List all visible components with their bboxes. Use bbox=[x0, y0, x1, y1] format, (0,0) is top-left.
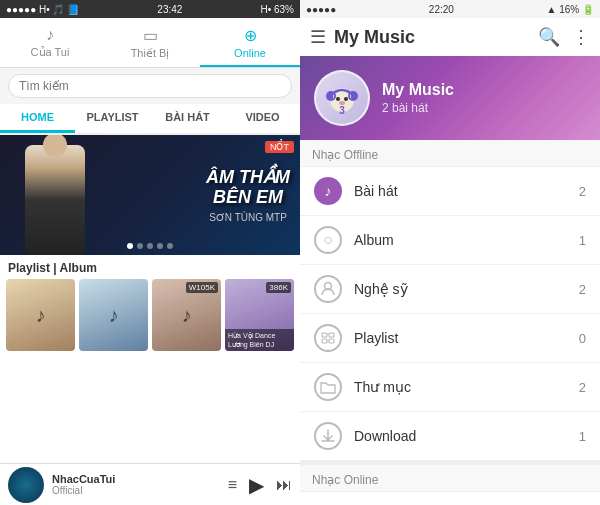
mini-next-button[interactable]: ⏭ bbox=[276, 476, 292, 494]
svg-rect-15 bbox=[329, 339, 334, 343]
nghe-si-count: 2 bbox=[579, 282, 586, 297]
banner-person bbox=[5, 135, 105, 255]
menu-item-playlist[interactable]: Playlist 0 bbox=[300, 314, 600, 363]
playlist-section-label: Playlist | Album bbox=[0, 255, 300, 279]
svg-point-6 bbox=[344, 97, 348, 101]
tab-online-label: Online bbox=[234, 47, 266, 59]
svg-text:3: 3 bbox=[339, 105, 345, 116]
menu-item-bai-hat[interactable]: ♪ Bài hát 2 bbox=[300, 167, 600, 216]
playlist-badge-3: W105K bbox=[186, 282, 218, 293]
music-note-icon: ♪ bbox=[314, 177, 342, 205]
banner-subtitle: SƠN TÙNG MTP bbox=[206, 211, 290, 222]
mini-player-controls: ≡ ▶ ⏭ bbox=[228, 473, 292, 497]
more-icon[interactable]: ⋮ bbox=[572, 26, 590, 48]
dot-2 bbox=[137, 243, 143, 249]
artist-icon bbox=[314, 275, 342, 303]
top-bar-right: ☰ My Music 🔍 ⋮ bbox=[300, 18, 600, 56]
mini-player: NhacCuaTui Official ≡ ▶ ⏭ bbox=[0, 463, 300, 505]
nav-tabs: ♪ Của Tui ▭ Thiết Bị ⊕ Online bbox=[0, 18, 300, 68]
search-input[interactable] bbox=[8, 74, 292, 98]
online-section-header: Nhạc Online bbox=[300, 461, 600, 492]
banner-text: ÂM THẦM BÊN EM SƠN TÙNG MTP bbox=[206, 168, 290, 223]
profile-banner: 3 My Music 2 bài hát bbox=[300, 56, 600, 140]
playlist-item-3[interactable]: W105K ♪ bbox=[152, 279, 221, 351]
menu-item-album[interactable]: ○ Album 1 bbox=[300, 216, 600, 265]
avatar: 3 bbox=[314, 70, 370, 126]
dot-5 bbox=[167, 243, 173, 249]
cat-tab-home[interactable]: HOME bbox=[0, 104, 75, 133]
tab-online[interactable]: ⊕ Online bbox=[200, 18, 300, 67]
profile-name: My Music bbox=[382, 81, 586, 99]
dot-1 bbox=[127, 243, 133, 249]
status-bar-right: ●●●●● 22:20 ▲ 16% 🔋 bbox=[300, 0, 600, 18]
status-bar-left: ●●●●● H• 🎵 📘 23:42 H• 63% bbox=[0, 0, 300, 18]
mini-player-thumb bbox=[8, 467, 44, 503]
tab-thiet-bi[interactable]: ▭ Thiết Bị bbox=[100, 18, 200, 67]
mini-menu-button[interactable]: ≡ bbox=[228, 476, 237, 494]
thu-muc-count: 2 bbox=[579, 380, 586, 395]
mini-player-info: NhacCuaTui Official bbox=[52, 473, 228, 496]
tab-cua-tui[interactable]: ♪ Của Tui bbox=[0, 18, 100, 67]
cat-tab-playlist[interactable]: PLAYLIST bbox=[75, 104, 150, 133]
svg-rect-12 bbox=[322, 333, 327, 337]
battery-right: ▲ 16% 🔋 bbox=[547, 4, 594, 15]
playlist-item-2[interactable]: ♪ bbox=[79, 279, 148, 351]
banner-dots bbox=[127, 243, 173, 249]
search-icon[interactable]: 🔍 bbox=[538, 26, 560, 48]
cua-tui-icon: ♪ bbox=[46, 26, 54, 44]
battery-left: H• 63% bbox=[260, 4, 294, 15]
menu-item-nghe-si[interactable]: Nghệ sỹ 2 bbox=[300, 265, 600, 314]
mini-player-title: NhacCuaTui bbox=[52, 473, 228, 485]
download-label: Download bbox=[354, 428, 579, 444]
album-count: 1 bbox=[579, 233, 586, 248]
status-icons-left: ●●●●● H• 🎵 📘 bbox=[6, 4, 79, 15]
playlist-icon bbox=[314, 324, 342, 352]
playlist-count: 0 bbox=[579, 331, 586, 346]
download-icon bbox=[314, 422, 342, 450]
svg-rect-13 bbox=[329, 333, 334, 337]
dot-3 bbox=[147, 243, 153, 249]
bai-hat-label: Bài hát bbox=[354, 183, 579, 199]
svg-rect-9 bbox=[351, 92, 356, 100]
left-panel: ●●●●● H• 🎵 📘 23:42 H• 63% ♪ Của Tui ▭ Th… bbox=[0, 0, 300, 505]
playlist-label-4: Hừa Vội DanceLương Biên DJ bbox=[225, 329, 294, 351]
nghe-si-label: Nghệ sỹ bbox=[354, 281, 579, 297]
page-title: My Music bbox=[334, 27, 530, 48]
menu-item-thu-muc[interactable]: Thư mục 2 bbox=[300, 363, 600, 412]
playlist-item-1[interactable]: ♪ bbox=[6, 279, 75, 351]
menu-list: Nhạc Offline ♪ Bài hát 2 ○ Album 1 Nghệ … bbox=[300, 140, 600, 505]
download-count: 1 bbox=[579, 429, 586, 444]
banner[interactable]: ÂM THẦM BÊN EM SƠN TÙNG MTP NỔT bbox=[0, 135, 300, 255]
profile-songs: 2 bài hát bbox=[382, 101, 586, 115]
thiet-bi-icon: ▭ bbox=[143, 26, 158, 45]
banner-badge: NỔT bbox=[265, 141, 294, 153]
menu-item-download[interactable]: Download 1 bbox=[300, 412, 600, 461]
album-label: Album bbox=[354, 232, 579, 248]
playlist-grid: ♪ ♪ W105K ♪ 386K Hừa Vội DanceLương Biên… bbox=[0, 279, 300, 357]
bai-hat-count: 2 bbox=[579, 184, 586, 199]
hamburger-icon[interactable]: ☰ bbox=[310, 26, 326, 48]
time-right: 22:20 bbox=[429, 4, 454, 15]
online-icon: ⊕ bbox=[244, 26, 257, 45]
status-dots-right: ●●●●● bbox=[306, 4, 336, 15]
category-tabs: HOME PLAYLIST BÀI HÁT VIDEO bbox=[0, 104, 300, 135]
tab-cua-tui-label: Của Tui bbox=[31, 46, 70, 59]
svg-rect-8 bbox=[328, 92, 333, 100]
search-bar bbox=[0, 68, 300, 104]
playlist-item-4[interactable]: 386K Hừa Vội DanceLương Biên DJ bbox=[225, 279, 294, 351]
svg-rect-14 bbox=[322, 339, 327, 343]
right-panel: ●●●●● 22:20 ▲ 16% 🔋 ☰ My Music 🔍 ⋮ bbox=[300, 0, 600, 505]
album-icon: ○ bbox=[314, 226, 342, 254]
mini-player-subtitle: Official bbox=[52, 485, 228, 496]
thu-muc-label: Thư mục bbox=[354, 379, 579, 395]
playlist-badge-4: 386K bbox=[266, 282, 291, 293]
time-left: 23:42 bbox=[157, 4, 182, 15]
profile-info: My Music 2 bài hát bbox=[382, 81, 586, 115]
avatar-svg: 3 bbox=[318, 74, 366, 122]
mini-play-button[interactable]: ▶ bbox=[249, 473, 264, 497]
playlist-label: Playlist bbox=[354, 330, 579, 346]
cat-tab-video[interactable]: VIDEO bbox=[225, 104, 300, 133]
banner-title: ÂM THẦM BÊN EM bbox=[206, 168, 290, 208]
cat-tab-bai-hat[interactable]: BÀI HÁT bbox=[150, 104, 225, 133]
folder-icon bbox=[314, 373, 342, 401]
